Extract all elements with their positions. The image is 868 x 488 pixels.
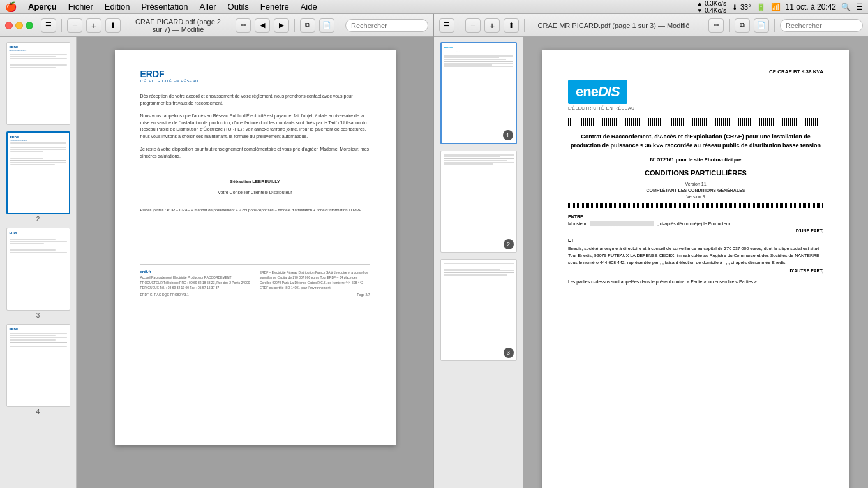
parties-label: Les parties ci-dessus sont appelées dans… — [568, 278, 823, 285]
thumb-num-2: 2 — [36, 216, 40, 223]
contract-numero: N° 572161 pour le site Photovoltaïque — [568, 157, 823, 163]
separator3 — [230, 19, 230, 32]
enedis-logo-area: eneDIS L'ÉLECTRICITÉ EN RÉSEAU — [568, 80, 823, 110]
thumbnail-1[interactable]: ERDF L'ÉLECTRICITÉ EN RÉSEAU — [3, 42, 73, 126]
left-viewer-area: ERDF L'ÉLECTRICITÉ EN RÉSEAU — [0, 37, 433, 488]
right-search-input[interactable] — [780, 19, 863, 32]
menu-fenetre[interactable]: Fenêtre — [256, 2, 294, 11]
right-viewer-area: eneDIS L'ÉLECTRICITÉ EN RÉSEAU 1 — [434, 37, 868, 488]
conditions-title: CONDITIONS PARTICULIÈRES — [568, 169, 823, 177]
zoom-in-btn[interactable]: + — [86, 18, 101, 33]
maximize-button[interactable] — [26, 22, 33, 29]
export-btn[interactable]: 📄 — [319, 18, 334, 33]
enedis-logo-subtitle: L'ÉLECTRICITÉ EN RÉSEAU — [568, 106, 823, 110]
right-pdf-viewer: ☰ − + ⬆ CRAE MR PICARD.pdf (page 1 sur 3… — [434, 14, 868, 488]
right-thumb-img-3[interactable]: 3 — [440, 259, 517, 361]
para2: Nous vous rappelons que l'accès au Résea… — [140, 113, 370, 140]
pieces-jointes: Pièces jointes : PDR + CRAE + mandat de … — [140, 207, 370, 213]
thumb-img-3[interactable]: ERDF — [6, 228, 70, 311]
signature-name: Sébastien LEBREUILLY — [140, 179, 370, 186]
menu-aide[interactable]: Aide — [296, 2, 322, 11]
thumbnail-2[interactable]: ERDF L'ÉLECTRICITÉ EN RÉSEAU — [3, 131, 73, 223]
right-thumb-img-1[interactable]: eneDIS L'ÉLECTRICITÉ EN RÉSEAU 1 — [440, 42, 517, 144]
close-button[interactable] — [5, 22, 13, 29]
footer-left-text: Accueil Raccordement Électricité Product… — [140, 275, 251, 290]
separator4 — [294, 19, 295, 32]
et-label: ET — [568, 238, 823, 242]
contract-title-area: Contrat de Raccordement, d'Accès et d'Ex… — [568, 132, 823, 151]
footer-right-text: ERDF – Électricité Réseau Distribution F… — [260, 270, 370, 290]
left-thumbnail-sidebar: ERDF L'ÉLECTRICITÉ EN RÉSEAU — [0, 37, 77, 488]
menu-outils[interactable]: Outils — [223, 2, 253, 11]
left-doc-page: ERDF L'ÉLECTRICITÉ EN RÉSEAU Dès récepti… — [115, 50, 396, 445]
right-share[interactable]: ⬆ — [504, 18, 519, 33]
minimize-button[interactable] — [15, 22, 23, 29]
control-icon[interactable]: ☰ — [856, 3, 863, 11]
separator — [61, 19, 62, 32]
right-toolbar: ☰ − + ⬆ CRAE MR PICARD.pdf (page 1 sur 3… — [434, 14, 868, 37]
barcode-middle — [568, 203, 823, 208]
completant: COMPLÉTANT LES CONDITIONS GÉNÉRALES — [568, 188, 823, 193]
right-thumb-img-2[interactable]: 2 — [440, 151, 517, 253]
menu-edition[interactable]: Edition — [100, 2, 135, 11]
enedis-desc: Enedis, société anonyme à directoire et … — [568, 245, 823, 267]
thumbnail-3[interactable]: ERDF 3 — [3, 228, 73, 319]
right-sep5 — [774, 19, 775, 32]
entre-label: ENTRE — [568, 214, 823, 219]
left-doc-content: ERDF L'ÉLECTRICITÉ EN RÉSEAU Dès récepti… — [77, 37, 433, 488]
thumb-img-1[interactable]: ERDF L'ÉLECTRICITÉ EN RÉSEAU — [6, 42, 70, 125]
producteur-suffix: , ci-après dénommé(e) le Producteur — [657, 221, 730, 226]
right-thumbnail-sidebar: eneDIS L'ÉLECTRICITÉ EN RÉSEAU 1 — [434, 37, 523, 488]
markup-btn[interactable]: ✏ — [236, 18, 251, 33]
search-icon[interactable]: 🔍 — [841, 3, 851, 11]
left-search-input[interactable] — [345, 19, 428, 32]
thumb-num-4: 4 — [36, 408, 40, 415]
right-sidebar-toggle[interactable]: ☰ — [439, 18, 454, 33]
prev-btn[interactable]: ◀ — [255, 18, 270, 33]
sidebar-toggle-btn[interactable]: ☰ — [41, 18, 56, 33]
para1: Dès réception de votre accord et encaiss… — [140, 93, 370, 107]
footer-page: Page 2/7 — [357, 293, 370, 297]
thumb-img-2[interactable]: ERDF L'ÉLECTRICITÉ EN RÉSEAU — [6, 131, 70, 214]
zoom-out-btn[interactable]: − — [67, 18, 82, 33]
right-thumbnail-2[interactable]: 2 — [437, 151, 520, 254]
right-thumbnail-1[interactable]: eneDIS L'ÉLECTRICITÉ EN RÉSEAU 1 — [437, 42, 520, 145]
right-copy-btn[interactable]: ⧉ — [735, 18, 750, 33]
network-stats: ▲ 0.3Ko/s▼ 0.4Ko/s — [696, 0, 726, 14]
main-area: ☰ − + ⬆ CRAE PICARD.pdf (page 2 sur 7) —… — [0, 14, 868, 488]
right-thumbnail-3[interactable]: 3 — [437, 259, 520, 362]
separator2 — [126, 19, 126, 32]
menu-presentation[interactable]: Présentation — [137, 2, 193, 11]
doc-footer: erdf.fr Accueil Raccordement Électricité… — [140, 264, 370, 290]
menubar-right: ▲ 0.3Ko/s▼ 0.4Ko/s 🌡 33° 🔋 📶 11 oct. à 2… — [696, 0, 863, 14]
barcode-top — [568, 118, 823, 126]
right-export-btn[interactable]: 📄 — [754, 18, 769, 33]
menu-aller[interactable]: Aller — [195, 2, 221, 11]
temperature: 🌡 33° — [731, 3, 751, 11]
next-btn[interactable]: ▶ — [274, 18, 289, 33]
right-sep4 — [729, 19, 730, 32]
dune-part: D'UNE PART, — [568, 228, 823, 233]
battery-icon: 🔋 — [756, 3, 766, 11]
right-zoom-in[interactable]: + — [484, 18, 500, 33]
copy-btn[interactable]: ⧉ — [300, 18, 315, 33]
right-thumb-badge-3: 3 — [504, 348, 514, 358]
right-markup-btn[interactable]: ✏ — [708, 18, 724, 33]
thumb-img-4[interactable]: ERDF — [6, 324, 70, 407]
traffic-lights — [5, 22, 33, 29]
clock: 11 oct. à 20:42 — [786, 3, 836, 11]
right-sep2 — [524, 19, 525, 32]
apple-menu[interactable]: 🍎 — [5, 1, 17, 13]
thumb-num-3: 3 — [36, 312, 40, 319]
cp-crae-badge: CP CRAE BT ≤ 36 KVA — [568, 69, 823, 75]
enedis-logo-text: ene — [576, 84, 598, 100]
right-thumb-badge-2: 2 — [504, 239, 514, 249]
share-btn[interactable]: ⬆ — [105, 18, 121, 33]
right-zoom-out[interactable]: − — [465, 18, 481, 33]
menu-fichier[interactable]: Fichier — [64, 2, 98, 11]
right-doc-page: CP CRAE BT ≤ 36 KVA eneDIS L'ÉLECTRICITÉ… — [542, 50, 849, 488]
menu-apercu[interactable]: Aperçu — [24, 2, 61, 11]
version2: Version 9 — [568, 195, 823, 199]
left-doc-title: CRAE PICARD.pdf (page 2 sur 7) — Modifié — [131, 18, 225, 33]
thumbnail-4[interactable]: ERDF 4 — [3, 324, 73, 415]
